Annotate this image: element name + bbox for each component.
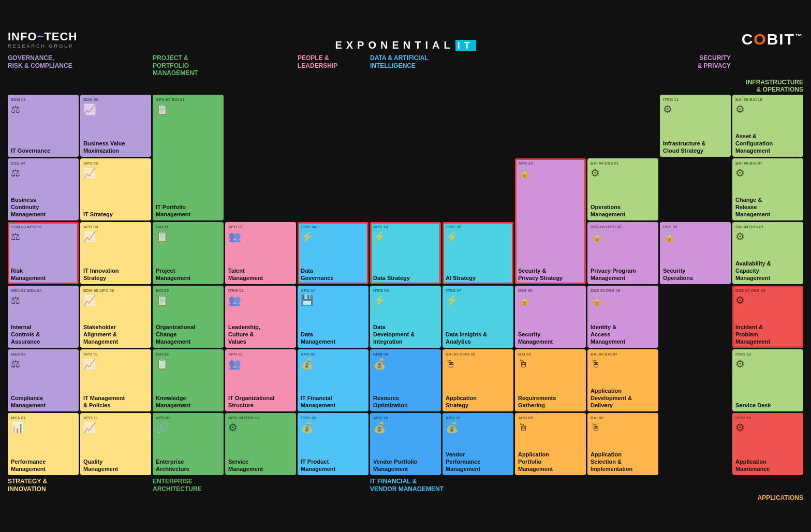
- cell-icon: 📈: [83, 168, 148, 178]
- grid-cell[interactable]: BAI 06 BAI 07⚙Change & Release Managemen…: [732, 158, 803, 220]
- grid-cell[interactable]: EDM 04💰Resource Optimization: [370, 349, 441, 411]
- grid-cell[interactable]: BAI 03🖱Application Selection & Implement…: [587, 413, 658, 475]
- grid-cell[interactable]: DSS 05🔒Security Operations: [660, 222, 731, 284]
- cell-title: Service Desk: [735, 402, 800, 409]
- cell-code: EDM 05 APO 08: [83, 288, 148, 293]
- grid-cell[interactable]: BAI 11📋Project Management: [153, 222, 224, 284]
- grid-cell[interactable]: BAI 09 BAI 10⚙Asset & Configuration Mana…: [732, 95, 803, 157]
- grid-cell-empty: [153, 158, 224, 220]
- cell-code: BAI 04 DSS 01: [735, 225, 800, 230]
- cell-icon: ⚡: [373, 295, 438, 305]
- grid-cell[interactable]: BAI 02🖱Requirements Gathering: [515, 349, 586, 411]
- grid-cell[interactable]: ITRG 04⚡Data Governance: [298, 222, 368, 284]
- cell-code: APO 01: [83, 352, 148, 357]
- cell-title: Quality Management: [83, 459, 148, 473]
- cell-code: BAI 11: [156, 225, 220, 230]
- cell-icon: 💾: [301, 295, 365, 305]
- grid-cell[interactable]: DSS 04⚖Business Continuity Management: [8, 158, 79, 220]
- cell-title: Identity & Access Management: [591, 324, 655, 345]
- cell-code: APO 04: [83, 225, 148, 230]
- cat-security: SECURITY& PRIVACY: [587, 54, 731, 77]
- grid-cell[interactable]: ITRG 06⚡Data Development & Integration: [370, 286, 441, 348]
- grid-cell[interactable]: APO 11📈Quality Management: [80, 413, 151, 475]
- grid-cell-empty: [298, 95, 368, 157]
- cell-icon: ⚙: [735, 422, 800, 433]
- grid-cell[interactable]: ITRG 11⚙Infrastructure & Cloud Strategy: [660, 95, 731, 157]
- cat-governance: GOVERNANCE,RISK & COMPLIANCE: [8, 54, 151, 77]
- cell-icon: 📋: [156, 359, 220, 369]
- cell-code: ITRG 03: [301, 416, 365, 421]
- grid-cell[interactable]: APO 09 ITRG 02⚙Service Management: [225, 413, 296, 475]
- grid-cell[interactable]: MEA 02 MEA 04⚖Internal Controls & Assura…: [8, 286, 79, 348]
- cell-title: Operations Management: [591, 204, 655, 218]
- cell-icon: 💰: [373, 359, 438, 369]
- grid-cell[interactable]: BAI 04 DSS 01⚙Operations Management: [587, 158, 658, 220]
- grid-cell[interactable]: APO 10💰Vendor Performance Management: [443, 413, 513, 475]
- grid-cell[interactable]: APO 06💰IT Financial Management: [298, 349, 368, 411]
- cell-icon: 📈: [83, 359, 148, 369]
- cell-code: DSS 05: [518, 288, 583, 293]
- grid-cell[interactable]: DSS 05🔒Security Management: [515, 286, 586, 348]
- cell-code: MEA 03: [11, 352, 76, 357]
- grid-cell[interactable]: APO 10💰Vendor Portfolio Management: [370, 413, 441, 475]
- grid-cell[interactable]: DSS 06 ITRG 08🔒Privacy Program Managemen…: [587, 222, 658, 284]
- grid-cell[interactable]: EDM 02📈Business Value Maximization: [80, 95, 151, 157]
- cell-title: Data Strategy: [373, 275, 438, 282]
- grid-cell[interactable]: EDM 01⚖IT Governance: [8, 95, 79, 157]
- grid-cell[interactable]: APO 03🔗Enterprise Architecture: [153, 413, 224, 475]
- cell-code: MEA 01: [11, 416, 76, 421]
- cell-code: ITRG 01: [228, 288, 293, 293]
- grid-cell-empty: [660, 413, 731, 475]
- cell-title: Privacy Program Management: [591, 268, 655, 282]
- grid-cell[interactable]: EDM 03 APO 12⚖Risk Management: [8, 222, 79, 284]
- cell-title: Incident & Problem Management: [735, 324, 800, 345]
- cell-title: Leadership, Culture & Values: [228, 324, 293, 345]
- grid-cell[interactable]: MEA 01📊Performance Management: [8, 413, 79, 475]
- grid-cell[interactable]: ITRG 05⚡AI Strategy: [443, 222, 513, 284]
- grid-cell-empty: [587, 95, 658, 157]
- grid-cell[interactable]: APO 14💾Data Management: [298, 286, 368, 348]
- cell-icon: ⚡: [301, 231, 365, 242]
- grid-cell[interactable]: BAI 04 DSS 01⚙Availability & Capacity Ma…: [732, 222, 803, 284]
- cell-title: Talent Management: [228, 268, 293, 282]
- grid-cell[interactable]: ITRG 01👥Leadership, Culture & Values: [225, 286, 296, 348]
- cell-icon: ⚙: [735, 359, 800, 369]
- grid-cell[interactable]: APO 01📈IT Management & Policies: [80, 349, 151, 411]
- grid-cell[interactable]: BAI 05📋Organizational Change Management: [153, 286, 224, 348]
- grid-cell[interactable]: DSS 02 DSS 03⚙Incident & Problem Managem…: [732, 286, 803, 348]
- grid-cell[interactable]: MEA 03⚖Compliance Management: [8, 349, 79, 411]
- cell-code: BAI 03 BAI 07: [591, 352, 655, 357]
- grid-cell[interactable]: ITRG 03💰IT Product Management: [298, 413, 368, 475]
- cell-code: DSS 04: [11, 161, 76, 166]
- grid-cell[interactable]: APO 01👥IT Organizational Structure: [225, 349, 296, 411]
- grid-cell[interactable]: APO 14⚡Data Strategy: [370, 222, 441, 284]
- cell-title: Application Portfolio Management: [518, 451, 583, 472]
- cell-code: ITRG 04: [301, 225, 365, 230]
- cell-icon: ⚡: [446, 231, 510, 242]
- grid-cell[interactable]: APO 04📈IT Innovation Strategy: [80, 222, 151, 284]
- cell-icon: ⚙: [663, 104, 728, 114]
- grid-cell[interactable]: EDM 05 APO 08📈Stakeholder Alignment & Ma…: [80, 286, 151, 348]
- grid-cell[interactable]: BAI 03 ITRG 09🖱Application Strategy: [443, 349, 513, 411]
- grid-cell[interactable]: ITRG 12⚙Service Desk: [732, 349, 803, 411]
- cell-icon: 🖱: [446, 359, 510, 369]
- grid-cell-empty: [370, 158, 441, 220]
- cell-icon: 📋: [156, 104, 220, 114]
- cell-code: APO 07: [228, 225, 293, 230]
- grid-cell[interactable]: ITRG 10⚙Application Maintenance: [732, 413, 803, 475]
- grid-cell[interactable]: APO 02📈IT Strategy: [80, 158, 151, 220]
- top-category-labels: GOVERNANCE,RISK & COMPLIANCE PROJECT &PO…: [8, 54, 803, 93]
- grid-cell[interactable]: DSS 05 DSS 06🔒Identity & Access Manageme…: [587, 286, 658, 348]
- cell-title: Change & Release Management: [735, 197, 800, 218]
- grid-cell[interactable]: ITRG 07⚡Data Insights & Analytics: [443, 286, 513, 348]
- grid-cell[interactable]: BAI 03 BAI 07🖱Application Development & …: [587, 349, 658, 411]
- cell-icon: ⚡: [373, 231, 438, 242]
- grid-cell-empty: [515, 95, 586, 157]
- cell-icon: 📋: [156, 231, 220, 242]
- cell-code: APO 14: [373, 225, 438, 230]
- grid-cell[interactable]: APO 07👥Talent Management: [225, 222, 296, 284]
- grid-cell[interactable]: BAI 08📋Knowledge Management: [153, 349, 224, 411]
- cell-icon: ⚙: [228, 422, 293, 433]
- cell-icon: ⚙: [735, 295, 800, 305]
- grid-cell[interactable]: APO 05🖱Application Portfolio Management: [515, 413, 586, 475]
